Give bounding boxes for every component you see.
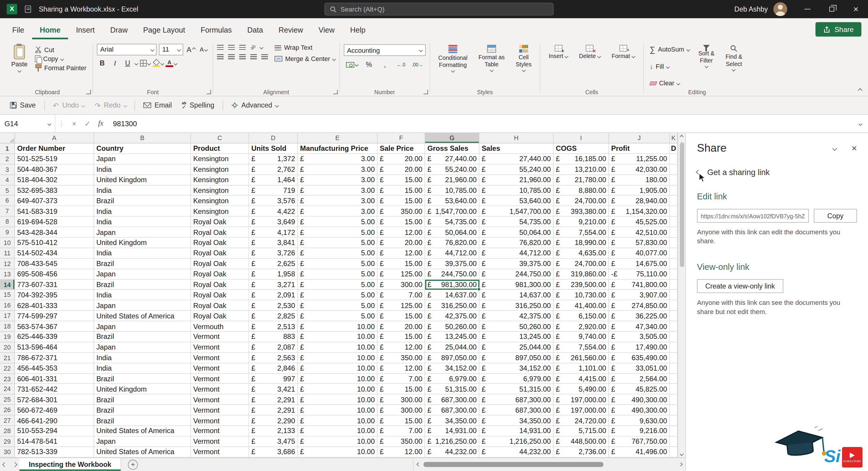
percent-style-button[interactable]: % bbox=[364, 59, 374, 70]
cell-K10[interactable] bbox=[670, 238, 678, 248]
wrap-text-button[interactable]: Wrap Text bbox=[275, 45, 335, 51]
cell-J11[interactable]: £40,077.00 bbox=[609, 248, 670, 259]
cell-H14[interactable]: £981,300.00 bbox=[479, 279, 554, 290]
cell-B17[interactable]: United States of America bbox=[94, 311, 191, 321]
row-header-11[interactable]: 11 bbox=[0, 248, 15, 259]
cell-B25[interactable]: Brazil bbox=[94, 394, 191, 405]
cell-C7[interactable]: Kensington bbox=[191, 206, 249, 216]
tab-formulas[interactable]: Formulas bbox=[193, 21, 240, 39]
cell-H26[interactable]: £687,300.00 bbox=[479, 405, 554, 415]
cell-C15[interactable]: Royal Oak bbox=[191, 290, 249, 300]
cell-C18[interactable]: Vermouth bbox=[191, 321, 249, 332]
accounting-format-button[interactable] bbox=[346, 59, 358, 70]
cell-C19[interactable]: Vermont bbox=[191, 332, 249, 342]
restore-button[interactable] bbox=[819, 0, 844, 18]
subscribe-button[interactable]: SUBSCRIBE bbox=[842, 447, 862, 467]
cell-J23[interactable]: £2,564.00 bbox=[609, 374, 670, 384]
cell-E8[interactable]: £5.00 bbox=[298, 217, 377, 227]
font-family-select[interactable]: Arial bbox=[97, 43, 157, 55]
row-header-22[interactable]: 22 bbox=[0, 363, 15, 374]
cell-H19[interactable]: £13,245.00 bbox=[479, 332, 554, 342]
cell-D21[interactable]: £2,563 bbox=[249, 353, 298, 363]
cell-E6[interactable]: £3.00 bbox=[298, 196, 377, 206]
cell-F3[interactable]: £20.00 bbox=[377, 165, 425, 175]
cell-F26[interactable]: £300.00 bbox=[377, 405, 425, 415]
row-header-8[interactable]: 8 bbox=[0, 217, 15, 227]
cell-C14[interactable]: Royal Oak bbox=[191, 279, 249, 290]
format-painter-button[interactable]: Format Painter bbox=[33, 63, 89, 72]
cell-K27[interactable] bbox=[670, 416, 678, 426]
cell-J7[interactable]: £1,154,320.00 bbox=[609, 206, 670, 216]
cell-E21[interactable]: £10.00 bbox=[298, 353, 377, 363]
cell-H6[interactable]: £53,640.00 bbox=[479, 196, 554, 206]
cell-D9[interactable]: £4,172 bbox=[249, 227, 298, 238]
cell-D27[interactable]: £2,290 bbox=[249, 416, 298, 426]
cell-B26[interactable]: Brazil bbox=[94, 405, 191, 415]
cell-G5[interactable]: £10,785.00 bbox=[425, 185, 479, 196]
cell-F5[interactable]: £15.00 bbox=[377, 185, 425, 196]
cell-D12[interactable]: £2,625 bbox=[249, 259, 298, 269]
pane-collapse-icon[interactable] bbox=[832, 146, 837, 150]
cell-K11[interactable] bbox=[670, 248, 678, 259]
cell-H25[interactable]: £687,300.00 bbox=[479, 394, 554, 405]
cell-F20[interactable]: £12.00 bbox=[377, 343, 425, 353]
cell-E11[interactable]: £5.00 bbox=[298, 248, 377, 259]
cell-A19[interactable]: 625-446-339 bbox=[15, 332, 94, 342]
cell-F28[interactable]: £7.00 bbox=[377, 426, 425, 436]
format-cells-button[interactable]: * Format bbox=[607, 43, 639, 61]
spelling-button[interactable]: ab✓ Spelling bbox=[177, 98, 219, 113]
cell-C9[interactable]: Royal Oak bbox=[191, 227, 249, 238]
cell-I26[interactable]: £197,000.00 bbox=[554, 405, 609, 415]
cell-G16[interactable]: £316,250.00 bbox=[425, 300, 479, 311]
cell-C2[interactable]: Kensington bbox=[191, 154, 249, 165]
user-avatar[interactable] bbox=[773, 2, 787, 16]
cell-I10[interactable]: £18,990.00 bbox=[554, 238, 609, 248]
cell-H5[interactable]: £10,785.00 bbox=[479, 185, 554, 196]
cell-J28[interactable]: £9,216.00 bbox=[609, 426, 670, 436]
decrease-font-button[interactable]: A bbox=[198, 44, 209, 55]
row-header-18[interactable]: 18 bbox=[0, 321, 15, 332]
cell-B21[interactable]: India bbox=[94, 353, 191, 363]
cell-E7[interactable]: £3.00 bbox=[298, 206, 377, 216]
cell-F21[interactable]: £350.00 bbox=[377, 353, 425, 363]
cell-D22[interactable]: £2,846 bbox=[249, 363, 298, 374]
vertical-scrollbar[interactable] bbox=[678, 133, 685, 458]
cell-K8[interactable] bbox=[670, 217, 678, 227]
cell-C8[interactable]: Royal Oak bbox=[191, 217, 249, 227]
column-header-F[interactable]: F bbox=[377, 133, 425, 144]
row-header-21[interactable]: 21 bbox=[0, 353, 15, 363]
cell-D18[interactable]: £2,513 bbox=[249, 321, 298, 332]
cell-I19[interactable]: £9,740.00 bbox=[554, 332, 609, 342]
cell-D16[interactable]: £2,530 bbox=[249, 300, 298, 311]
cell-B29[interactable]: Japan bbox=[94, 436, 191, 447]
cell-A29[interactable]: 514-478-541 bbox=[15, 436, 94, 447]
cell-F10[interactable]: £20.00 bbox=[377, 238, 425, 248]
italic-button[interactable]: I bbox=[110, 58, 120, 68]
cell-B27[interactable]: Brazil bbox=[94, 416, 191, 426]
cell-A22[interactable]: 456-445-353 bbox=[15, 363, 94, 374]
cell-A2[interactable]: 501-525-519 bbox=[15, 154, 94, 165]
cell-H3[interactable]: £55,240.00 bbox=[479, 165, 554, 175]
get-sharing-link-button[interactable]: Get a sharing link bbox=[697, 168, 857, 177]
cell-G19[interactable]: £13,245.00 bbox=[425, 332, 479, 342]
cell-G11[interactable]: £44,712.00 bbox=[425, 248, 479, 259]
formula-input[interactable]: 981300 bbox=[107, 119, 859, 128]
cell-C3[interactable]: Kensington bbox=[191, 165, 249, 175]
cell-F17[interactable]: £15.00 bbox=[377, 311, 425, 321]
tab-draw[interactable]: Draw bbox=[102, 21, 135, 39]
undo-button[interactable]: ↶ Undo bbox=[49, 99, 89, 112]
cell-A28[interactable]: 510-553-294 bbox=[15, 426, 94, 436]
increase-font-button[interactable]: A bbox=[186, 44, 196, 55]
cell-G26[interactable]: £687,300.00 bbox=[425, 405, 479, 415]
cell-E22[interactable]: £10.00 bbox=[298, 363, 377, 374]
cell-F1[interactable]: Sale Price bbox=[377, 143, 425, 154]
cell-H22[interactable]: £34,152.00 bbox=[479, 363, 554, 374]
cell-G10[interactable]: £76,820.00 bbox=[425, 238, 479, 248]
cell-I11[interactable]: £4,635.00 bbox=[554, 248, 609, 259]
cell-F9[interactable]: £12.00 bbox=[377, 227, 425, 238]
cell-J1[interactable]: Profit bbox=[609, 143, 670, 154]
underline-button[interactable]: U bbox=[122, 58, 133, 68]
cell-J2[interactable]: £11,255.00 bbox=[609, 154, 670, 165]
redo-button[interactable]: ↷ Redo bbox=[90, 99, 130, 112]
cell-I16[interactable]: £41,400.00 bbox=[554, 300, 609, 311]
